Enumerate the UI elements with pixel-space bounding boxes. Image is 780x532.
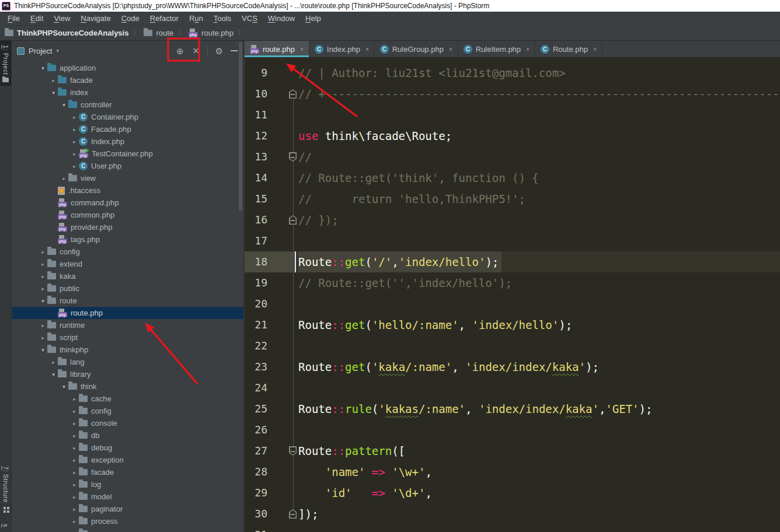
close-tab-icon[interactable]: ×	[365, 46, 369, 52]
expanded-arrow-icon[interactable]: ▾	[39, 65, 47, 71]
tree-item-console[interactable]: ▸console	[12, 417, 243, 429]
line-number[interactable]: 9	[245, 62, 267, 83]
stripe-button-7-structure[interactable]: 7: Structure	[0, 462, 11, 516]
line-number[interactable]: 17	[245, 230, 267, 251]
line-number[interactable]: 20	[245, 293, 267, 314]
tree-item-route-php[interactable]: phproute.php	[12, 307, 243, 319]
menu-file[interactable]: File	[2, 12, 25, 26]
menu-view[interactable]: View	[48, 12, 75, 26]
tree-item-db[interactable]: ▸db	[12, 429, 243, 442]
line-number[interactable]: 13	[245, 146, 267, 167]
tree-item-process[interactable]: ▸process	[12, 515, 243, 527]
code-line-26[interactable]: 26	[245, 419, 780, 440]
breadcrumb-item-route[interactable]: route	[144, 29, 173, 37]
collapsed-arrow-icon[interactable]: ▸	[39, 286, 47, 292]
tree-item-log[interactable]: ▸log	[12, 478, 243, 491]
editor-tab-rulegroup.php[interactable]: CRuleGroup.php×	[375, 41, 458, 57]
menu-tools[interactable]: Tools	[208, 12, 236, 26]
close-tab-icon[interactable]: ×	[526, 46, 530, 52]
editor-tab-index.php[interactable]: CIndex.php×	[309, 41, 375, 57]
tree-item-facade[interactable]: ▸facade	[12, 74, 243, 86]
tree-item-library[interactable]: ▾library	[12, 368, 243, 380]
tree-item-script[interactable]: ▸script	[12, 331, 243, 344]
breadcrumb-item-route.php[interactable]: phproute.php	[189, 29, 234, 37]
hide-panel-icon[interactable]	[231, 50, 238, 51]
code-line-20[interactable]: 20	[245, 293, 780, 314]
code-line-21[interactable]: 21Route::get('hello/:name', 'index/hello…	[245, 314, 780, 335]
fold-marker-icon[interactable]	[289, 152, 297, 162]
code-line-30[interactable]: 30]);	[245, 503, 780, 524]
menu-navigate[interactable]: Navigate	[75, 12, 116, 26]
tree-item-model[interactable]: ▸model	[12, 491, 243, 503]
close-tab-icon[interactable]: ×	[300, 46, 304, 52]
line-number[interactable]: 15	[245, 188, 267, 209]
tree-item-facade-php[interactable]: ▸CFacade.php	[12, 123, 243, 135]
line-number[interactable]: 11	[245, 104, 267, 125]
settings-icon[interactable]: ⚙	[215, 47, 223, 55]
code-area[interactable]: 9// | Author: liu21st <liu21st@gmail.com…	[245, 57, 780, 532]
line-number[interactable]: 22	[245, 335, 267, 356]
line-number[interactable]: 27	[245, 440, 267, 461]
tree-item-think[interactable]: ▾think	[12, 380, 243, 393]
tree-item-public[interactable]: ▸public	[12, 282, 243, 295]
menu-edit[interactable]: Edit	[25, 12, 48, 26]
collapsed-arrow-icon[interactable]: ▸	[39, 261, 47, 267]
menu-window[interactable]: Window	[263, 12, 300, 26]
close-tab-icon[interactable]: ×	[593, 46, 597, 52]
collapsed-arrow-icon[interactable]: ▸	[70, 506, 79, 512]
tree-item-tags-php[interactable]: phptags.php	[12, 233, 243, 246]
code-line-16[interactable]: 16// });	[245, 209, 780, 230]
tree-item--htaccess[interactable]: .htaccess	[12, 184, 243, 197]
code-line-11[interactable]: 11	[245, 104, 780, 125]
line-number[interactable]: 26	[245, 419, 267, 440]
tree-item-common-php[interactable]: phpcommon.php	[12, 209, 243, 221]
code-line-28[interactable]: 28 'name' => '\w+',	[245, 461, 780, 482]
collapsed-arrow-icon[interactable]: ▸	[70, 445, 79, 451]
tree-item-index-php[interactable]: ▸CIndex.php	[12, 135, 243, 148]
collapsed-arrow-icon[interactable]: ▸	[70, 163, 79, 169]
code-line-25[interactable]: 25Route::rule('kakas/:name', 'index/inde…	[245, 398, 780, 419]
fold-marker-icon[interactable]	[289, 509, 297, 519]
code-line-19[interactable]: 19// Route::get('','index/hello');	[245, 272, 780, 293]
code-line-22[interactable]: 22	[245, 335, 780, 356]
code-line-14[interactable]: 14// Route::get('think', function () {	[245, 167, 780, 188]
stripe-button-1-project[interactable]: 1: Project	[0, 41, 11, 86]
editor-tab-route.php[interactable]: CRoute.php×	[535, 41, 603, 57]
line-number[interactable]: 25	[245, 398, 267, 419]
collapsed-arrow-icon[interactable]: ▸	[60, 176, 68, 181]
collapsed-arrow-icon[interactable]: ▸	[70, 470, 79, 475]
tree-item-application[interactable]: ▾application	[12, 62, 243, 74]
tree-item-facade[interactable]: ▸facade	[12, 466, 243, 478]
collapsed-arrow-icon[interactable]: ▸	[39, 274, 47, 279]
code-line-23[interactable]: 23Route::get('kaka/:name', 'index/index/…	[245, 356, 780, 377]
code-line-31[interactable]: 31	[245, 524, 780, 532]
expanded-arrow-icon[interactable]: ▾	[39, 298, 47, 304]
line-number[interactable]: 16	[245, 209, 267, 230]
tree-item-exception[interactable]: ▸exception	[12, 454, 243, 466]
expanded-arrow-icon[interactable]: ▾	[49, 90, 58, 96]
tree-item-view[interactable]: ▸view	[12, 172, 243, 184]
tree-item-provider-php[interactable]: phpprovider.php	[12, 221, 243, 233]
collapsed-arrow-icon[interactable]: ▸	[70, 127, 79, 132]
collapsed-arrow-icon[interactable]: ▸	[49, 359, 58, 365]
collapsed-arrow-icon[interactable]: ▸	[70, 151, 79, 157]
tree-item-container-php[interactable]: ▸CContainer.php	[12, 111, 243, 123]
expanded-arrow-icon[interactable]: ▾	[60, 384, 68, 390]
collapsed-arrow-icon[interactable]: ▸	[70, 421, 79, 426]
tree-item-config[interactable]: ▸config	[12, 405, 243, 417]
tree-item-kaka[interactable]: ▸kaka	[12, 270, 243, 282]
line-number[interactable]: 31	[245, 524, 267, 532]
line-number[interactable]: 14	[245, 167, 267, 188]
chevron-down-icon[interactable]: ▾	[56, 48, 59, 54]
line-number[interactable]: 19	[245, 272, 267, 293]
tree-item-index[interactable]: ▾index	[12, 86, 243, 99]
code-line-18[interactable]: 18Route::get('/','index/hello');	[245, 251, 780, 272]
stripe-button-s[interactable]: s	[0, 520, 11, 531]
fold-marker-icon[interactable]	[289, 446, 297, 456]
menu-refactor[interactable]: Refactor	[145, 12, 184, 26]
tree-item-runtime[interactable]: ▸runtime	[12, 319, 243, 331]
collapsed-arrow-icon[interactable]: ▸	[70, 519, 79, 524]
line-number[interactable]: 10	[245, 83, 267, 104]
tree-scrollbar[interactable]	[239, 42, 242, 211]
tree-item-lang[interactable]: ▸lang	[12, 356, 243, 368]
